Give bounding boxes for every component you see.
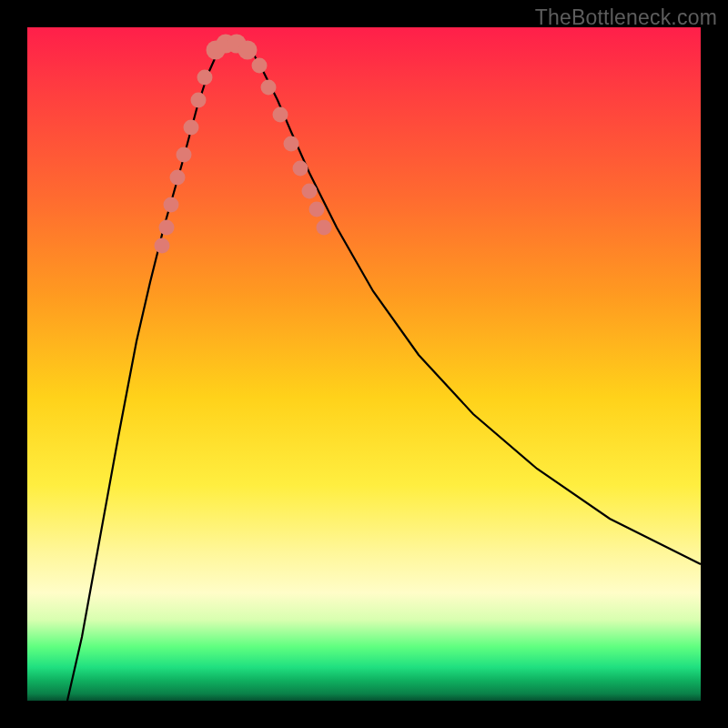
plot-area [27,27,701,701]
data-point-right-cluster-8 [317,220,332,236]
data-point-right-cluster-6 [302,184,318,199]
data-point-right-cluster-7 [309,202,325,217]
data-point-valley-4 [238,41,258,60]
data-point-right-cluster-5 [293,161,308,177]
data-point-left-cluster-1 [155,238,170,254]
data-point-left-cluster-8 [197,70,213,86]
data-point-left-cluster-5 [177,147,192,163]
chart-frame: TheBottleneck.com [0,0,728,728]
watermark-text: TheBottleneck.com [535,5,717,30]
bottleneck-curve [67,41,701,701]
data-point-right-cluster-1 [252,58,268,74]
data-point-left-cluster-7 [191,93,207,108]
data-point-left-cluster-6 [184,120,199,136]
data-point-right-cluster-4 [284,136,299,152]
data-point-right-cluster-3 [273,107,288,123]
curve-svg [27,27,701,701]
data-point-left-cluster-4 [170,170,186,186]
data-point-left-cluster-3 [164,197,179,213]
data-point-right-cluster-2 [261,80,277,96]
data-point-left-cluster-2 [159,220,175,236]
